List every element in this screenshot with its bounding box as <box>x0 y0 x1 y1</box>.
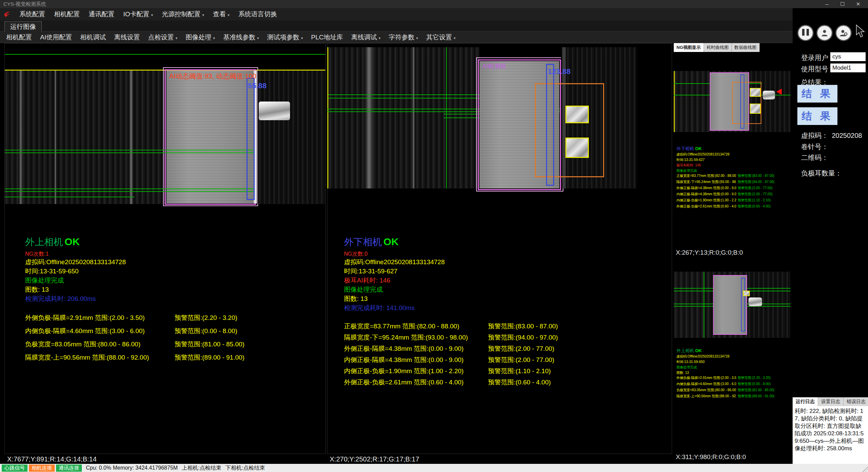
measurement-text: 内侧正极-负极=1.90mm 范围:(1.00 - 2.20) <box>344 367 464 376</box>
ng-view-tab-2[interactable]: 数据曲线图 <box>732 43 760 52</box>
toolbar-item-3[interactable]: 离线设置 <box>110 33 144 42</box>
camera-info-line: 时间:13-31-59-627 <box>344 267 445 276</box>
machine-highlight-band <box>129 71 133 204</box>
menu-item-3[interactable]: IO卡配置▾ <box>119 10 158 19</box>
thumb-measurement-text: 内侧正极-隔膜=4.38mm 范围:(0.00 - 9.00) <box>676 192 736 197</box>
toolbar-items: 相机配置AI使用配置相机调试离线设置点检设置▾图像处理▾基准线参数▾测试项参数▾… <box>2 33 460 42</box>
pause-icon <box>801 29 810 37</box>
toolbar-item-9[interactable]: 离线调试▾ <box>347 33 385 42</box>
ng-thumbnail-2[interactable]: 外上相机OK虚拟码:Offline20250208133134728时间:13-… <box>674 260 791 452</box>
blue-measure-box <box>546 64 554 186</box>
yellow-tab-box <box>565 138 589 158</box>
thumb-warning-text: 预警范围:(0.00 - 8.00) <box>738 382 771 386</box>
yellow-tab-box <box>565 106 589 123</box>
thumb-cursor-readout: X:311;Y:980;R:0;G:0;B:0 <box>676 453 746 461</box>
thumb-ok-text: OK <box>695 146 702 151</box>
camera-info-line: 检测完成耗时: 141.00ms <box>344 303 445 312</box>
pause-button[interactable] <box>797 25 814 41</box>
warning-range-text: 预警范围:(83.00 - 87.00) <box>488 322 558 331</box>
dropdown-arrow-icon: ▾ <box>228 13 230 17</box>
menu-item-4[interactable]: 光源控制配置▾ <box>158 10 209 19</box>
camera-name-text: 外上相机 <box>25 237 63 247</box>
thumb-measurement-row: 正极宽度=83.77mm 范围:(82.00 - 88.00)预警范围:(83.… <box>676 174 729 180</box>
camera-view-lower[interactable]: AI检测框 123.88 外下相机OK NG次数:0 虚拟码:Offline20… <box>327 43 672 454</box>
camera-view-upper[interactable]: AI动态阈值:93, 动态阈值:100 55.88 外上相机OK NG次数:1 … <box>4 43 326 454</box>
menu-item-1[interactable]: 相机配置 <box>50 10 84 19</box>
window-controls: ─ ☐ ✕ <box>819 0 866 8</box>
camera-title: 外下相机OK <box>344 236 399 249</box>
toolbar-item-6[interactable]: 基准线参数▾ <box>219 33 263 42</box>
close-button[interactable]: ✕ <box>850 0 866 8</box>
green-vertical-line <box>704 272 704 338</box>
toolbar-item-0[interactable]: 相机配置 <box>2 33 36 42</box>
log-tab-2[interactable]: 错误日志 <box>844 397 868 406</box>
thumb-warning-text: 预警范围:(94.00 - 97.00) <box>738 180 774 184</box>
resize-grip[interactable] <box>863 467 868 472</box>
thumb-warning-text: 预警范围:(81.00 - 85.00) <box>738 388 774 393</box>
result-box-1: 结 果 <box>797 107 837 125</box>
camera-info-line: 检测完成耗时: 206.00ms <box>25 294 126 303</box>
ng-view-tab-1[interactable]: 耗时曲线图 <box>704 43 732 52</box>
toolbar-item-4[interactable]: 点检设置▾ <box>144 33 182 42</box>
measure-green-line <box>5 191 254 192</box>
thumb-warning-text: 预警范围:(1.10 - 2.10) <box>738 198 771 203</box>
thumb-info-line: 图像处理完成 <box>676 365 729 370</box>
blue-measure-box <box>741 278 745 331</box>
menu-item-0[interactable]: 系统配置 <box>15 10 50 19</box>
measure-green-line <box>5 197 134 197</box>
ng-count-text: NG次数:0 <box>344 251 367 258</box>
dropdown-arrow-icon: ▾ <box>213 36 215 40</box>
measurement-text: 内侧负极-隔膜=4.60mm 范围:(3.00 - 6.00) <box>25 327 145 335</box>
toolbar-item-10[interactable]: 字符参数▾ <box>385 33 422 42</box>
model-select[interactable]: Model1 <box>830 63 866 72</box>
login-user-input[interactable]: cys <box>830 52 866 61</box>
login-user-row: 登录用户： cys <box>801 53 867 63</box>
winding-pin-row: 卷针号： <box>801 142 867 152</box>
cpu-memory-text: Cpu: 0.0% Memory: 3424.41796875M <box>86 465 178 471</box>
thumb-measurement-row: 负极宽度=83.05mm 范围:(80.00 - 86.00)预警范围:(81.… <box>676 388 729 394</box>
menu-item-2[interactable]: 通讯配置 <box>84 10 119 19</box>
yellow-edge-line <box>674 71 675 132</box>
toolbar-item-5[interactable]: 图像处理▾ <box>181 33 219 42</box>
ai-threshold-text: AI动态阈值:93, 动态阈值:100 <box>169 72 256 81</box>
result-text: 结 果 <box>802 87 833 101</box>
thumb-camera-title: 外下相机OK <box>676 146 729 152</box>
thumb-warning-text: 预警范围:(89.00 - 91.00) <box>738 394 774 399</box>
thumb-info-line: 图数: 13 <box>676 370 729 376</box>
camera-name-text: 外下相机 <box>344 237 382 247</box>
menu-item-5[interactable]: 查看▾ <box>209 10 234 19</box>
log-tab-1[interactable]: 设置日志 <box>818 397 844 406</box>
machine-highlight-band <box>54 71 56 204</box>
log-tab-0[interactable]: 运行日志 <box>793 397 818 406</box>
cursor-tool-button[interactable] <box>854 24 867 39</box>
minimize-button[interactable]: ─ <box>819 0 835 8</box>
toolbar-item-8[interactable]: PLC地址库 <box>307 33 347 42</box>
dropdown-arrow-icon: ▾ <box>151 13 153 17</box>
toolbar-item-1[interactable]: AI使用配置 <box>36 33 76 42</box>
status-badge-2: 通讯连接 <box>56 465 82 472</box>
ng-view-tab-0[interactable]: NG视图显示 <box>674 43 704 52</box>
warning-range-text: 预警范围:(81.00 - 85.00) <box>175 340 245 349</box>
dropdown-arrow-icon: ▾ <box>176 36 178 40</box>
menu-items: 系统配置相机配置通讯配置IO卡配置▾光源控制配置▾查看▾系统语言切换 <box>15 10 282 19</box>
tab-run-image[interactable]: 运行图像 <box>4 21 42 32</box>
view-tab-row: 运行图像 <box>0 20 868 32</box>
thumb-measurement-text: 外侧负极-隔膜=2.91mm 范围:(2.00 - 3.50) <box>676 376 736 380</box>
log-content: 耗时: 222, 缺陷检测耗时: 17, 缺陷分类耗时: 0, 缺陷提取分区耗时… <box>793 406 868 464</box>
toolbar-item-2[interactable]: 相机调试 <box>76 33 110 42</box>
machine-highlight-band <box>19 71 22 204</box>
ng-thumbnail-1[interactable]: 外下相机OK虚拟码:Offline20250208133134728时间:13-… <box>674 53 791 250</box>
thumb-info-line: 极耳AI耗时: 146 <box>676 163 729 168</box>
status-bar: 心跳信号相机连接通讯连接 Cpu: 0.0% Memory: 3424.4179… <box>0 464 868 472</box>
menu-item-6[interactable]: 系统语言切换 <box>234 10 282 19</box>
user-button[interactable] <box>816 25 833 41</box>
toolbar-item-11[interactable]: 其它设置▾ <box>422 33 460 42</box>
maximize-button[interactable]: ☐ <box>835 0 850 8</box>
qr-code-label: 二维码： <box>801 154 828 161</box>
user-settings-button[interactable] <box>835 25 852 41</box>
thumb-measurement-row: 外侧负极-隔膜=2.91mm 范围:(2.00 - 3.50)预警范围:(2.2… <box>676 376 729 382</box>
control-panel: 登录用户： cys 使用型号： Model1 总结果： 结 果结 果 虚拟码： … <box>793 8 868 397</box>
thumb-warning-text: 预警范围:(2.00 - 77.00) <box>738 186 773 190</box>
toolbar-item-7[interactable]: 测试项参数▾ <box>263 33 307 42</box>
yellow-tab-box <box>743 291 750 296</box>
